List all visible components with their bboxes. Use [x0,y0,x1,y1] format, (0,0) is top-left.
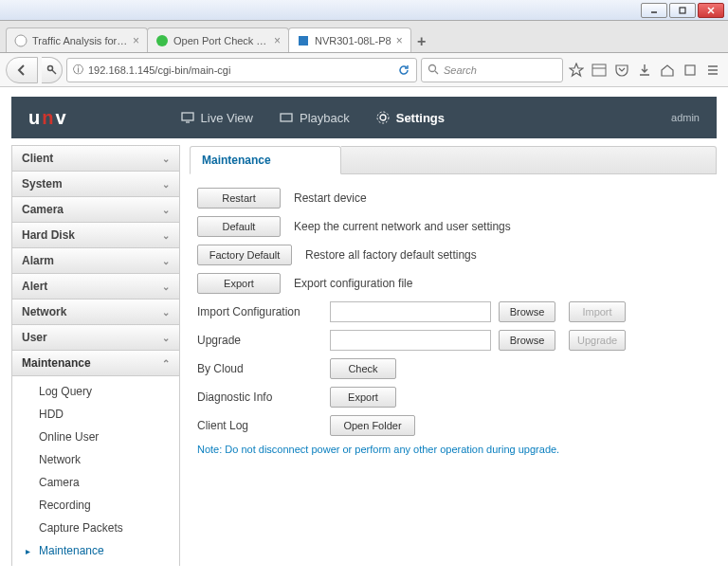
url-bar[interactable]: ⓘ 192.168.1.145/cgi-bin/main-cgi [66,58,417,82]
upgrade-field[interactable] [330,330,491,351]
sidebar-item-capture[interactable]: Capture Packets [12,517,179,539]
svg-point-5 [156,35,168,46]
chevron-down-icon: ⌄ [162,256,170,266]
sidebar-item-onlineuser[interactable]: Online User [12,426,179,448]
window-maximize-button[interactable] [669,3,696,18]
sidebar-item-camera[interactable]: Camera [12,471,179,494]
sidebar-section-network[interactable]: Network⌄ [11,299,180,325]
window-minimize-button[interactable] [641,3,667,18]
tab-close-icon[interactable]: × [133,34,139,47]
nav-label: Live View [201,111,253,125]
sidebar-item-network[interactable]: Network [12,448,179,471]
svg-rect-19 [281,114,292,121]
tab-maintenance[interactable]: Maintenance [190,146,341,174]
logo: unv [28,107,67,129]
svg-point-9 [429,64,436,71]
upgrade-label: Upgrade [197,334,330,347]
svg-point-20 [380,115,386,120]
monitor-icon [181,111,194,124]
nav-live-view[interactable]: Live View [181,111,253,125]
sidebar-item-hdd[interactable]: HDD [12,403,179,426]
sidebar-item-maintenance[interactable]: Maintenance [12,539,179,562]
browser-tab[interactable]: Traffic Analysis for 2 - SonicW… × [6,27,148,52]
sidebar-section-client[interactable]: Client⌄ [11,145,180,172]
upgrade-button[interactable]: Upgrade [569,330,626,351]
browse-upgrade-button[interactable]: Browse [499,330,555,351]
sidebar-section-alarm[interactable]: Alarm⌄ [11,247,180,274]
nav-settings[interactable]: Settings [376,111,445,125]
sidebar-section-alert[interactable]: Alert⌄ [11,273,180,300]
search-box[interactable]: Search [421,58,563,82]
open-folder-button[interactable]: Open Folder [330,415,415,436]
export-diagnostic-button[interactable]: Export [330,387,396,408]
import-config-field[interactable] [330,301,491,322]
browse-import-button[interactable]: Browse [499,301,555,322]
import-config-label: Import Configuration [197,305,330,318]
export-config-button[interactable]: Export [197,273,281,294]
app-header: unv Live View Playback Settings admin [11,97,717,138]
sidebar-section-harddisk[interactable]: Hard Disk⌄ [11,222,180,248]
favicon-icon [155,34,169,47]
default-description: Keep the current network and user settin… [294,220,511,233]
sidebar-item-recording[interactable]: Recording [12,494,179,517]
menu-icon[interactable] [703,61,722,80]
sidebar-icon[interactable] [590,61,609,80]
tab-spacer [341,146,717,174]
reload-icon[interactable] [397,64,410,77]
browser-tab[interactable]: NVR301-08L-P8 × [288,27,411,52]
restart-button[interactable]: Restart [197,188,281,209]
panel-tabs: Maintenance [190,146,717,174]
sidebar-section-user[interactable]: User⌄ [11,324,180,351]
chevron-up-icon: ⌃ [162,358,170,369]
pocket-icon[interactable] [612,61,631,80]
tab-close-icon[interactable]: × [396,34,403,47]
search-placeholder: Search [444,64,477,76]
chevron-down-icon: ⌄ [162,307,170,318]
search-icon [428,64,439,77]
info-icon: ⓘ [73,63,83,77]
window-titlebar [0,0,728,21]
maintenance-form: Restart Restart device Default Keep the … [190,174,717,468]
sync-icon[interactable] [681,61,700,80]
bookmark-icon[interactable] [567,61,586,80]
svg-rect-17 [182,113,193,120]
default-button[interactable]: Default [197,216,281,237]
url-text: 192.168.1.145/cgi-bin/main-cgi [88,64,230,76]
svg-rect-13 [685,65,695,75]
clientlog-label: Client Log [197,419,330,432]
main-panel: Maintenance Restart Restart device Defau… [190,146,717,566]
sidebar-section-maintenance[interactable]: Maintenance⌃ [11,350,180,376]
diagnostic-label: Diagnostic Info [197,390,330,404]
bycloud-label: By Cloud [197,362,330,375]
browser-tabstrip: Traffic Analysis for 2 - SonicW… × Open … [0,21,728,53]
svg-line-8 [52,70,56,74]
playback-icon [280,111,293,124]
factory-default-button[interactable]: Factory Default [197,245,292,265]
import-button[interactable]: Import [569,301,626,322]
nav-playback[interactable]: Playback [280,111,350,125]
back-button[interactable] [6,57,38,83]
page-content: unv Live View Playback Settings admin Cl… [0,87,728,581]
svg-rect-1 [680,8,685,13]
new-tab-button[interactable]: + [410,31,433,52]
sidebar-item-logquery[interactable]: Log Query [12,380,179,403]
sidebar-submenu: Log Query HDD Online User Network Camera… [11,376,180,566]
sidebar-section-camera[interactable]: Camera⌄ [11,196,180,223]
check-cloud-button[interactable]: Check [330,358,396,379]
nav-label: Settings [396,111,445,125]
identity-button[interactable] [42,57,63,83]
sidebar-section-system[interactable]: System⌄ [11,171,180,197]
factory-description: Restore all factory default settings [305,248,477,262]
svg-point-21 [377,112,389,123]
tab-title: Open Port Check Tool - Te… [173,35,269,46]
chevron-down-icon: ⌄ [162,179,170,190]
current-user[interactable]: admin [671,112,700,123]
home-icon[interactable] [658,61,677,80]
svg-line-10 [435,71,438,74]
export-description: Export configuration file [294,277,412,290]
browser-tab[interactable]: Open Port Check Tool - Te… × [147,27,289,52]
tab-close-icon[interactable]: × [274,34,281,47]
downloads-icon[interactable] [635,61,654,80]
svg-rect-6 [299,36,308,45]
window-close-button[interactable] [698,3,724,18]
